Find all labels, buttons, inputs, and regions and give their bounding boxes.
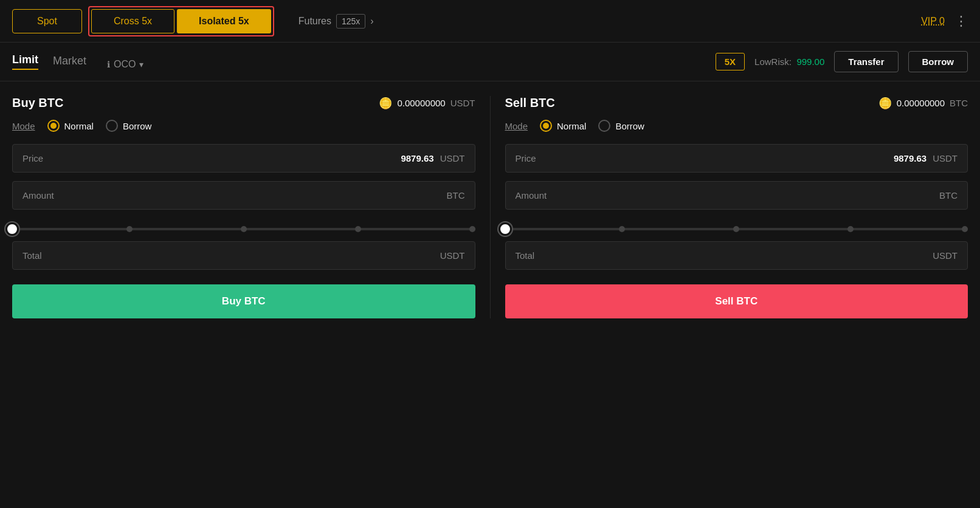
sell-slider-dot-25: [619, 226, 625, 232]
sell-wallet-icon: 🪙: [878, 97, 892, 110]
sell-price-field[interactable]: Price 9879.63 USDT: [505, 144, 968, 173]
buy-price-field[interactable]: Price 9879.63 USDT: [12, 144, 475, 173]
sell-slider-handle[interactable]: [499, 222, 512, 236]
buy-amount-label: Amount: [22, 190, 447, 201]
sell-amount-field[interactable]: Amount BTC: [505, 181, 968, 210]
sell-normal-radio[interactable]: Normal: [540, 120, 586, 132]
vip-label[interactable]: VIP 0: [921, 16, 945, 27]
buy-price-label: Price: [22, 153, 401, 163]
sell-mode-row: Mode Normal Borrow: [505, 120, 968, 132]
sell-panel: Sell BTC 🪙 0.00000000 BTC Mode Normal Bo…: [505, 96, 968, 318]
borrow-button[interactable]: Borrow: [908, 51, 968, 72]
buy-slider-dot-100: [469, 226, 475, 232]
wallet-icon: 🪙: [379, 97, 392, 110]
top-bar: Spot Cross 5x Isolated 5x Futures 125x ›…: [0, 0, 980, 43]
buy-slider-dot-25: [126, 226, 133, 232]
sell-amount-row: Amount BTC: [505, 181, 968, 210]
buy-slider-track[interactable]: [12, 228, 475, 230]
sell-slider-dot-100: [962, 226, 968, 232]
low-risk-label: LowRisk:: [754, 57, 792, 67]
chevron-right-icon[interactable]: ›: [370, 16, 373, 27]
buy-balance-value: 0.00000000: [397, 98, 445, 108]
tab-spot[interactable]: Spot: [12, 9, 82, 33]
sell-amount-label: Amount: [516, 190, 940, 201]
toolbar: Limit Market ℹ OCO ▾ 5X LowRisk: 999.00 …: [0, 43, 980, 81]
sell-total-label: Total: [516, 250, 933, 261]
sell-price-value: 9879.63: [894, 153, 927, 163]
oco-dropdown-icon[interactable]: ▾: [139, 60, 143, 69]
tab-isolated[interactable]: Isolated 5x: [177, 9, 271, 33]
sell-panel-title: Sell BTC: [505, 96, 555, 110]
sell-normal-label: Normal: [557, 121, 586, 131]
buy-panel: Buy BTC 🪙 0.00000000 USDT Mode Normal Bo…: [12, 96, 475, 318]
sell-slider-dots: [505, 226, 968, 232]
sell-borrow-label: Borrow: [615, 121, 644, 131]
buy-normal-radio[interactable]: Normal: [47, 120, 94, 132]
buy-borrow-radio-circle: [106, 120, 118, 132]
buy-total-row: Total USDT: [12, 241, 475, 270]
sell-slider-row: [505, 218, 968, 233]
sell-borrow-radio-circle: [598, 120, 610, 132]
buy-slider-handle[interactable]: [5, 222, 19, 236]
more-options-icon[interactable]: ⋮: [954, 13, 968, 29]
low-risk-value: 999.00: [796, 57, 824, 67]
buy-balance-currency: USDT: [450, 98, 475, 108]
buy-panel-header: Buy BTC 🪙 0.00000000 USDT: [12, 96, 475, 110]
buy-total-field[interactable]: Total USDT: [12, 241, 475, 270]
buy-amount-row: Amount BTC: [12, 181, 475, 210]
sell-mode-label[interactable]: Mode: [505, 121, 528, 131]
buy-mode-row: Mode Normal Borrow: [12, 120, 475, 132]
sell-price-row: Price 9879.63 USDT: [505, 144, 968, 173]
sell-action-button[interactable]: Sell BTC: [505, 284, 968, 318]
trading-panels: Buy BTC 🪙 0.00000000 USDT Mode Normal Bo…: [0, 81, 980, 333]
oco-info-icon: ℹ: [107, 60, 110, 69]
oco-label: OCO: [114, 59, 136, 70]
buy-amount-currency: BTC: [447, 190, 465, 201]
tab-limit[interactable]: Limit: [12, 53, 38, 70]
sell-borrow-radio[interactable]: Borrow: [598, 120, 644, 132]
order-type-tabs: Limit Market ℹ OCO ▾: [12, 53, 143, 70]
sell-total-row: Total USDT: [505, 241, 968, 270]
buy-price-row: Price 9879.63 USDT: [12, 144, 475, 173]
buy-slider-dot-50: [241, 226, 247, 232]
sell-slider-dot-75: [847, 226, 854, 232]
buy-slider-dot-75: [355, 226, 361, 232]
sell-balance-currency: BTC: [950, 98, 968, 108]
buy-total-label: Total: [22, 250, 440, 261]
sell-normal-radio-circle: [540, 120, 552, 132]
buy-price-value: 9879.63: [401, 153, 433, 163]
buy-mode-label[interactable]: Mode: [12, 121, 35, 131]
tab-group-margin: Cross 5x Isolated 5x: [88, 6, 274, 36]
buy-normal-radio-circle: [47, 120, 60, 132]
tab-cross[interactable]: Cross 5x: [91, 9, 174, 33]
buy-balance-section: 🪙 0.00000000 USDT: [379, 97, 475, 110]
sell-price-label: Price: [516, 153, 894, 163]
futures-section: Futures 125x ›: [298, 14, 374, 29]
futures-leverage-badge[interactable]: 125x: [336, 14, 365, 29]
panel-divider: [490, 96, 491, 318]
sell-panel-header: Sell BTC 🪙 0.00000000 BTC: [505, 96, 968, 110]
leverage-badge[interactable]: 5X: [716, 53, 745, 70]
sell-balance-section: 🪙 0.00000000 BTC: [878, 97, 968, 110]
buy-slider-dots: [12, 226, 475, 232]
transfer-button[interactable]: Transfer: [834, 51, 898, 72]
sell-total-currency: USDT: [933, 250, 958, 261]
buy-panel-title: Buy BTC: [12, 96, 63, 110]
futures-label: Futures: [298, 16, 331, 27]
tab-market[interactable]: Market: [53, 55, 86, 70]
sell-total-field[interactable]: Total USDT: [505, 241, 968, 270]
buy-normal-label: Normal: [64, 121, 94, 131]
buy-action-button[interactable]: Buy BTC: [12, 284, 475, 318]
buy-amount-field[interactable]: Amount BTC: [12, 181, 475, 210]
sell-price-currency: USDT: [933, 153, 958, 163]
buy-borrow-radio[interactable]: Borrow: [106, 120, 152, 132]
oco-section[interactable]: ℹ OCO ▾: [107, 59, 143, 70]
sell-normal-radio-dot: [543, 123, 549, 129]
sell-balance-value: 0.00000000: [897, 98, 945, 108]
buy-normal-radio-dot: [50, 123, 57, 129]
buy-borrow-label: Borrow: [123, 121, 152, 131]
sell-amount-currency: BTC: [939, 190, 958, 201]
buy-slider-row: [12, 218, 475, 233]
buy-total-currency: USDT: [440, 250, 465, 261]
sell-slider-track[interactable]: [505, 228, 968, 230]
